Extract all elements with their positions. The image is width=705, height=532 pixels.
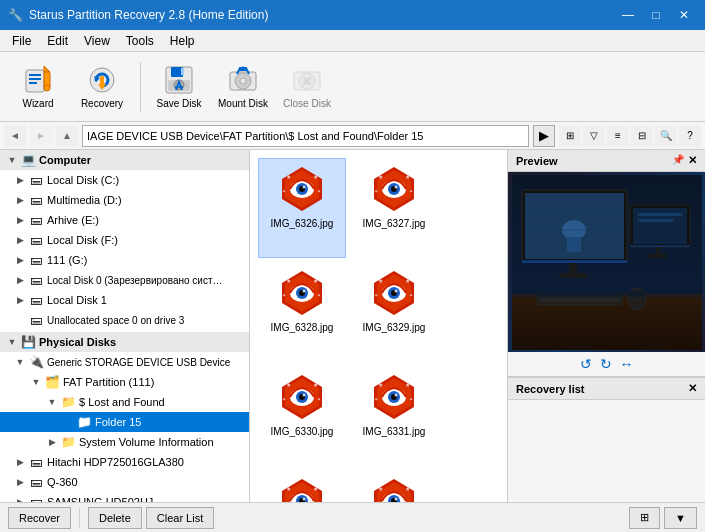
file-item[interactable]: ★ ★ ✦ ✦ IMG_6331.jpg — [350, 366, 438, 466]
menu-file[interactable]: File — [4, 32, 39, 50]
hitachi-icon: 🖴 — [28, 454, 44, 470]
close-disk-button[interactable]: Close Disk — [277, 57, 337, 117]
tree-computer[interactable]: ▼ 💻 Computer — [0, 150, 249, 170]
expand-e[interactable]: ▶ — [12, 215, 28, 225]
sort-btn[interactable]: ▼ — [664, 507, 697, 529]
recovery-button[interactable]: Recovery — [72, 57, 132, 117]
sidebar-item-system-volume[interactable]: ▶ 📁 System Volume Information — [0, 432, 249, 452]
computer-icon: 💻 — [20, 152, 36, 168]
sidebar-item-lost-found[interactable]: ▼ 📁 $ Lost and Found — [0, 392, 249, 412]
file-item[interactable]: ★ ★ ✦ ✦ IMG_6326.jpg — [258, 158, 346, 258]
sidebar-item-q360[interactable]: ▶ 🖴 Q-360 — [0, 472, 249, 492]
preview-close-button[interactable]: ✕ — [688, 154, 697, 167]
svg-text:★: ★ — [378, 174, 383, 180]
recover-button[interactable]: Recover — [8, 507, 71, 529]
recovery-list: Recovery list ✕ — [508, 377, 705, 400]
sidebar-item-disk1[interactable]: ▶ 🖴 Local Disk 1 — [0, 290, 249, 310]
recovery-list-close[interactable]: ✕ — [688, 382, 697, 395]
sidebar-item-multimedia-d[interactable]: ▶ 🖴 Multimedia (D:) — [0, 190, 249, 210]
up-button[interactable]: ▲ — [56, 125, 78, 147]
expand-sysvol[interactable]: ▶ — [44, 437, 60, 447]
tree-physical-disks[interactable]: ▼ 💾 Physical Disks — [0, 332, 249, 352]
fit-button[interactable]: ↔ — [620, 356, 634, 372]
expand-fat[interactable]: ▼ — [28, 377, 44, 387]
preview-controls: ↺ ↻ ↔ — [508, 352, 705, 377]
sidebar-item-local-f[interactable]: ▶ 🖴 Local Disk (F:) — [0, 230, 249, 250]
expand-generic[interactable]: ▼ — [12, 357, 28, 367]
rotate-left-button[interactable]: ↺ — [580, 356, 592, 372]
delete-button[interactable]: Delete — [88, 507, 142, 529]
bottom-action-bar: Recover Delete Clear List ⊞ ▼ — [0, 502, 705, 532]
menu-tools[interactable]: Tools — [118, 32, 162, 50]
file-item[interactable]: ★ ★ ✦ ✦ IMG_6330.jpg — [258, 366, 346, 466]
svg-text:✦: ✦ — [374, 292, 378, 298]
folder-15-icon: 📁 — [76, 414, 92, 430]
back-button[interactable]: ◄ — [4, 125, 26, 147]
sidebar-item-hitachi[interactable]: ▶ 🖴 Hitachi HDP725016GLA380 — [0, 452, 249, 472]
view-options-button[interactable]: ⊞ — [559, 125, 581, 147]
sidebar-item-generic-storage[interactable]: ▼ 🔌 Generic STORAGE DEVICE USB Device — [0, 352, 249, 372]
menu-edit[interactable]: Edit — [39, 32, 76, 50]
sidebar-item-fat-partition[interactable]: ▼ 🗂️ FAT Partition (111) — [0, 372, 249, 392]
sidebar-item-folder-15[interactable]: ▶ 📁 Folder 15 — [0, 412, 249, 432]
hdd-icon: 🖴 — [28, 252, 44, 268]
physdisk-label: Physical Disks — [39, 336, 116, 348]
menu-view[interactable]: View — [76, 32, 118, 50]
close-disk-icon — [291, 64, 323, 96]
sidebar-item-archive-e[interactable]: ▶ 🖴 Arhive (E:) — [0, 210, 249, 230]
file-item[interactable]: ★ ★ ✦ ✦ IMG_6328.jpg — [258, 262, 346, 362]
expand-d[interactable]: ▶ — [12, 195, 28, 205]
view-options-btn[interactable]: ⊞ — [629, 507, 660, 529]
svg-text:✦: ✦ — [409, 396, 413, 402]
file-label: IMG_6330.jpg — [271, 425, 334, 438]
go-button[interactable]: ▶ — [533, 125, 555, 147]
expand-hitachi[interactable]: ▶ — [12, 457, 28, 467]
preview-title: Preview — [516, 155, 558, 167]
physdisk-expand-icon: ▼ — [4, 337, 20, 347]
minimize-button[interactable]: — — [615, 5, 641, 25]
svg-point-62 — [395, 290, 398, 293]
toolbar: Wizard Recovery — [0, 52, 705, 122]
hdd-icon: 🖴 — [28, 192, 44, 208]
view-grid-button[interactable]: ⊟ — [631, 125, 653, 147]
file-item[interactable]: ★ ★ ✦ ✦ IMG_6332.jpg — [258, 470, 346, 502]
mount-disk-button[interactable]: Mount Disk — [213, 57, 273, 117]
help-button[interactable]: ? — [679, 125, 701, 147]
forward-button[interactable]: ► — [30, 125, 52, 147]
expand-q360[interactable]: ▶ — [12, 477, 28, 487]
view-list-button[interactable]: ≡ — [607, 125, 629, 147]
label-sysvol: System Volume Information — [79, 436, 214, 448]
expand-f[interactable]: ▶ — [12, 235, 28, 245]
maximize-button[interactable]: □ — [643, 5, 669, 25]
svg-point-92 — [303, 498, 306, 501]
expand-disk0[interactable]: ▶ — [12, 275, 28, 285]
file-label: IMG_6326.jpg — [271, 217, 334, 230]
file-item[interactable]: ★ ★ ✦ ✦ IMG_6327.jpg — [350, 158, 438, 258]
svg-text:★: ★ — [378, 278, 383, 284]
filter-button[interactable]: ▽ — [583, 125, 605, 147]
expand-c[interactable]: ▶ — [12, 175, 28, 185]
menu-help[interactable]: Help — [162, 32, 203, 50]
sidebar-item-111-g[interactable]: ▶ 🖴 111 (G:) — [0, 250, 249, 270]
search-button[interactable]: 🔍 — [655, 125, 677, 147]
rotate-right-button[interactable]: ↻ — [600, 356, 612, 372]
sidebar-item-unallocated[interactable]: ▶ 🖴 Unallocated space 0 on drive 3 — [0, 310, 249, 330]
address-input[interactable] — [82, 125, 529, 147]
svg-rect-9 — [100, 76, 104, 84]
preview-image-area — [508, 172, 705, 352]
sidebar-item-local-c[interactable]: ▶ 🖴 Local Disk (C:) — [0, 170, 249, 190]
mount-disk-label: Mount Disk — [218, 98, 268, 109]
sidebar-item-disk0[interactable]: ▶ 🖴 Local Disk 0 (Зарезервировано сист… — [0, 270, 249, 290]
preview-pin-button[interactable]: 📌 — [672, 154, 684, 167]
file-item[interactable]: ★ ★ ✦ ✦ IMG_6333.jpg — [350, 470, 438, 502]
expand-g[interactable]: ▶ — [12, 255, 28, 265]
expand-lost[interactable]: ▼ — [44, 397, 60, 407]
clear-list-button[interactable]: Clear List — [146, 507, 214, 529]
expand-disk1[interactable]: ▶ — [12, 295, 28, 305]
wizard-button[interactable]: Wizard — [8, 57, 68, 117]
save-disk-button[interactable]: Save Disk — [149, 57, 209, 117]
svg-rect-0 — [26, 70, 44, 92]
close-button[interactable]: ✕ — [671, 5, 697, 25]
sidebar-item-samsung[interactable]: ▶ 🖴 SAMSUNG HD502HJ — [0, 492, 249, 502]
file-item[interactable]: ★ ★ ✦ ✦ IMG_6329.jpg — [350, 262, 438, 362]
